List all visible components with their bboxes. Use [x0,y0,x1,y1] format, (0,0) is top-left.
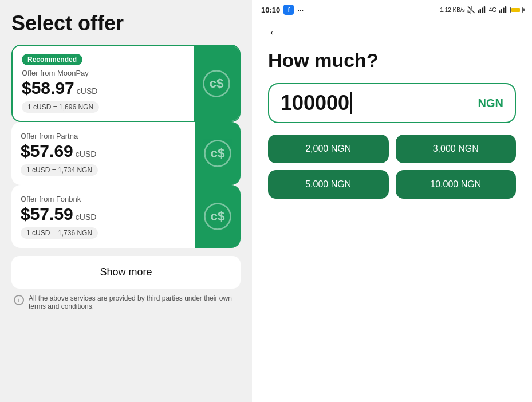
network-display: 4G [489,7,496,13]
offer-card-fonbnk[interactable]: Offer from Fonbnk $57.59 cUSD 1 cUSD = 1… [11,185,241,248]
amount-number: 100000 [281,91,349,115]
disclaimer: i All the above services are provided by… [11,294,241,310]
quick-amount-btn-0[interactable]: 2,000 NGN [268,135,389,163]
status-bar: 10:10 f ··· 1.12 KB/s 4G [252,0,532,17]
svg-text:c$: c$ [209,76,224,90]
disclaimer-text: All the above services are provided by t… [29,294,238,310]
amount-input-container[interactable]: 100000 NGN [268,83,516,123]
svg-rect-14 [505,6,506,13]
svg-text:c$: c$ [210,146,225,160]
quick-amounts-grid: 2,000 NGN3,000 NGN5,000 NGN10,000 NGN [268,135,516,199]
offer-card-icon-partna: c$ [195,122,241,185]
offer-amount: $57.69 cUSD [21,141,186,161]
offer-price: $58.97 [22,78,74,98]
how-much-title: How much? [268,49,516,72]
svg-rect-8 [479,9,480,13]
svg-rect-11 [499,10,500,13]
offer-currency-label: cUSD [76,149,97,159]
svg-rect-7 [478,10,479,13]
signal-icon [478,6,487,13]
offer-card-moonpay[interactable]: RecommendedOffer from MoonPay $58.97 cUS… [11,45,241,122]
offer-card-partna[interactable]: Offer from Partna $57.69 cUSD 1 cUSD = 1… [11,122,241,185]
offer-rate: 1 cUSD = 1,736 NGN [21,227,98,239]
show-more-button[interactable]: Show more [11,256,241,289]
offer-amount: $58.97 cUSD [22,78,184,98]
offer-from: Offer from MoonPay [22,69,184,77]
offer-rate: 1 cUSD = 1,734 NGN [21,164,98,176]
offers-container: RecommendedOffer from MoonPay $58.97 cUS… [11,45,241,248]
offer-rate: 1 cUSD = 1,696 NGN [22,101,99,113]
svg-text:c$: c$ [210,209,225,223]
offer-price: $57.69 [21,141,73,161]
amount-currency: NGN [478,97,503,110]
status-dots: ··· [297,6,304,14]
svg-rect-12 [501,9,502,13]
signal-icon-2 [499,6,508,13]
facebook-icon: f [283,5,294,15]
svg-rect-10 [483,6,484,13]
recommended-badge: Recommended [22,54,82,65]
offer-from: Offer from Partna [21,132,186,140]
cursor [350,92,352,114]
svg-rect-13 [503,7,504,13]
speed-display: 1.12 KB/s [440,7,464,13]
quick-amount-btn-1[interactable]: 3,000 NGN [396,135,517,163]
info-icon: i [14,295,24,305]
left-panel: Select offer RecommendedOffer from MoonP… [0,0,252,402]
right-panel: 10:10 f ··· 1.12 KB/s 4G [252,0,532,402]
offer-amount: $57.59 cUSD [21,204,186,224]
quick-amount-btn-3[interactable]: 10,000 NGN [396,170,517,199]
svg-rect-9 [482,7,483,13]
amount-display: 100000 [281,91,478,115]
offer-card-icon-moonpay: c$ [194,46,239,121]
page-title: Select offer [11,11,241,36]
offer-card-icon-fonbnk: c$ [195,185,241,248]
offer-currency-label: cUSD [76,212,97,222]
offer-from: Offer from Fonbnk [21,195,186,203]
offer-currency-label: cUSD [77,86,98,96]
time-display: 10:10 [261,6,280,14]
offer-price: $57.59 [21,204,73,224]
quick-amount-btn-2[interactable]: 5,000 NGN [268,170,389,199]
battery-icon [510,7,523,13]
status-right: 1.12 KB/s 4G [440,6,523,14]
mute-icon [467,6,475,14]
right-content: ← How much? 100000 NGN 2,000 NGN3,000 NG… [252,17,532,402]
back-button[interactable]: ← [268,23,281,42]
status-left: 10:10 f ··· [261,5,304,15]
